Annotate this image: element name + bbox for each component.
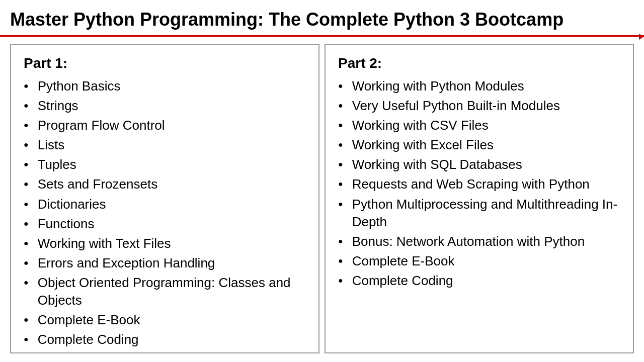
list-item: Functions <box>24 215 306 233</box>
list-item: Lists <box>24 136 306 154</box>
list-item: Python Basics <box>24 77 306 95</box>
list-item: Complete Coding <box>338 272 620 290</box>
list-item: Errors and Exception Handling <box>24 254 306 272</box>
list-item: Working with Python Modules <box>338 77 620 95</box>
part1-list: Python Basics Strings Program Flow Contr… <box>24 77 306 348</box>
list-item: Object Oriented Programming: Classes and… <box>24 274 306 309</box>
part2-list: Working with Python Modules Very Useful … <box>338 77 620 290</box>
list-item: Dictionaries <box>24 196 306 213</box>
list-item: Python Multiprocessing and Multithreadin… <box>338 196 620 231</box>
part2-section: Part 2: Working with Python Modules Very… <box>325 44 634 353</box>
page-header: Master Python Programming: The Complete … <box>0 0 644 37</box>
list-item: Requests and Web Scraping with Python <box>338 175 620 193</box>
page-title: Master Python Programming: The Complete … <box>10 9 634 30</box>
list-item: Sets and Frozensets <box>24 175 306 193</box>
list-item: Bonus: Network Automation with Python <box>338 233 620 250</box>
list-item: Strings <box>24 97 306 115</box>
list-item: Complete E-Book <box>24 311 306 329</box>
list-item: Tuples <box>24 156 306 173</box>
part1-section: Part 1: Python Basics Strings Program Fl… <box>10 44 319 353</box>
part2-title: Part 2: <box>338 55 620 71</box>
list-item: Complete Coding <box>24 331 306 348</box>
list-item: Working with CSV Files <box>338 117 620 134</box>
list-item: Working with Text Files <box>24 235 306 252</box>
list-item: Complete E-Book <box>338 252 620 270</box>
list-item: Working with SQL Databases <box>338 156 620 173</box>
part1-title: Part 1: <box>24 55 306 71</box>
list-item: Working with Excel Files <box>338 136 620 154</box>
list-item: Program Flow Control <box>24 117 306 134</box>
list-item: Very Useful Python Built-in Modules <box>338 97 620 115</box>
main-content: Part 1: Python Basics Strings Program Fl… <box>0 37 644 361</box>
